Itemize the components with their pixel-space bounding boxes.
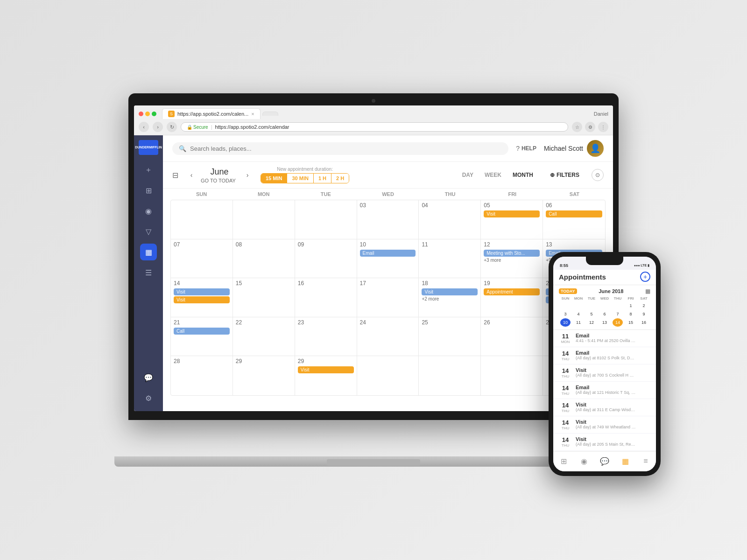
- view-week-button[interactable]: WEEK: [480, 170, 506, 180]
- cal-day-24[interactable]: 24: [357, 317, 419, 356]
- cal-day-16[interactable]: 16: [295, 278, 357, 317]
- phone-cal-day[interactable]: 2: [639, 301, 649, 310]
- cal-day-10[interactable]: 10 Email: [357, 239, 419, 278]
- cal-event-call2[interactable]: Call: [174, 328, 230, 335]
- duration-2h[interactable]: 2 H: [331, 174, 349, 183]
- sidebar-item-document[interactable]: ☰: [140, 264, 157, 281]
- cal-day-04[interactable]: 04: [419, 200, 481, 239]
- phone-cal-day[interactable]: 1: [626, 301, 636, 310]
- cal-event-visit[interactable]: Visit: [484, 210, 540, 217]
- phone-cal-day[interactable]: 11: [573, 318, 584, 327]
- cal-day-23[interactable]: 23: [295, 317, 357, 356]
- cal-day-29[interactable]: 29: [233, 356, 295, 395]
- cal-day-30-fri[interactable]: 29 Visit: [295, 356, 357, 395]
- phone-cal-day[interactable]: 8: [626, 310, 636, 318]
- cal-day-11[interactable]: 11: [419, 239, 481, 278]
- cal-day-21[interactable]: 21 Call: [171, 317, 233, 356]
- phone-bottom-grid[interactable]: ⊞: [558, 455, 569, 467]
- phone-add-button[interactable]: +: [640, 272, 650, 282]
- cal-day-05[interactable]: 05 Visit: [481, 200, 543, 239]
- cal-day[interactable]: [295, 200, 357, 239]
- go-to-today-button[interactable]: GO TO TODAY: [201, 178, 238, 183]
- cal-day-14[interactable]: 14 Visit Visit: [171, 278, 233, 317]
- forward-button[interactable]: ›: [153, 122, 163, 132]
- cal-event-call[interactable]: Call: [546, 210, 602, 217]
- cal-day-12[interactable]: 12 Meeting with Sto... +3 more: [481, 239, 543, 278]
- cal-day-18[interactable]: 18 Visit +2 more: [419, 278, 481, 317]
- tab-close[interactable]: ×: [251, 111, 254, 117]
- maximize-dot[interactable]: [152, 112, 156, 116]
- view-month-button[interactable]: MONTH: [508, 170, 538, 180]
- cal-event-visit3[interactable]: Visit: [174, 296, 230, 303]
- cal-day-blank2[interactable]: [419, 356, 481, 395]
- cal-day-blank[interactable]: [357, 356, 419, 395]
- filters-button[interactable]: ⊕ FILTERS: [545, 170, 584, 180]
- empty-tab[interactable]: [262, 112, 278, 116]
- duration-1h[interactable]: 1 H: [313, 174, 331, 183]
- cal-day-19[interactable]: 19 Appointment: [481, 278, 543, 317]
- more-btn[interactable]: ⋮: [598, 122, 608, 132]
- cal-event-appointment[interactable]: Appointment: [484, 288, 540, 295]
- cal-day[interactable]: [171, 200, 233, 239]
- cal-day-17[interactable]: 17: [357, 278, 419, 317]
- refresh-button[interactable]: ↻: [167, 122, 177, 132]
- sidebar-item-chat[interactable]: 💬: [140, 369, 157, 386]
- list-item[interactable]: 14 THU Visit (All day) at 749 W Wheatlan…: [553, 416, 656, 433]
- phone-cal-day[interactable]: 4: [573, 310, 584, 318]
- address-bar[interactable]: 🔒 Secure | https://app.spotio2.com/calen…: [181, 122, 568, 132]
- search-bar[interactable]: 🔍: [172, 142, 508, 155]
- sidebar-item-location[interactable]: ◉: [140, 203, 157, 219]
- cal-day-28[interactable]: 28: [171, 356, 233, 395]
- list-item[interactable]: 14 THU Email (All day) at 121 Historic T…: [553, 382, 656, 399]
- phone-cal-day-selected[interactable]: 14: [613, 318, 623, 327]
- bookmark-btn[interactable]: ☆: [572, 122, 582, 132]
- cal-event-visit4[interactable]: Visit: [422, 288, 478, 295]
- sidebar-item-calendar[interactable]: ▦: [140, 244, 157, 260]
- sidebar-item-grid[interactable]: ⊞: [140, 182, 157, 199]
- cal-more-3[interactable]: +3 more: [484, 258, 540, 263]
- phone-cal-day[interactable]: 12: [586, 318, 597, 327]
- refresh-button[interactable]: ⊙: [592, 169, 604, 181]
- cal-day-03[interactable]: 03: [357, 200, 419, 239]
- sidebar-item-filter[interactable]: ▽: [140, 223, 157, 240]
- phone-cal-day-today[interactable]: 10: [560, 318, 571, 327]
- cal-day-26[interactable]: 26: [481, 317, 543, 356]
- list-item[interactable]: 14 THU Visit (All day) at 205 S Main St,…: [553, 434, 656, 450]
- sidebar-item-add[interactable]: ＋: [140, 161, 157, 178]
- search-input[interactable]: [190, 145, 502, 152]
- list-item[interactable]: 14 THU Visit (All day) at 311 E Camp Wis…: [553, 399, 656, 416]
- phone-cal-day[interactable]: 15: [626, 318, 636, 327]
- phone-bottom-calendar[interactable]: ▦: [620, 455, 631, 467]
- cal-event-meeting[interactable]: Meeting with Sto...: [484, 250, 540, 257]
- cal-day-15[interactable]: 15: [233, 278, 295, 317]
- cal-event-email[interactable]: Email: [360, 250, 416, 257]
- view-grid-icon[interactable]: ⊟: [172, 171, 178, 180]
- cal-day-07[interactable]: 07: [171, 239, 233, 278]
- next-month-button[interactable]: ›: [242, 169, 253, 181]
- user-avatar[interactable]: 👤: [587, 140, 604, 157]
- cal-day-09[interactable]: 09: [295, 239, 357, 278]
- phone-cal-day[interactable]: 6: [599, 310, 610, 318]
- cal-day-08[interactable]: 08: [233, 239, 295, 278]
- phone-cal-day[interactable]: 3: [560, 310, 571, 318]
- cal-day-25[interactable]: 25: [419, 317, 481, 356]
- phone-cal-day[interactable]: 16: [639, 318, 649, 327]
- close-dot[interactable]: [139, 112, 143, 116]
- duration-15min[interactable]: 15 MIN: [261, 174, 287, 183]
- view-day-button[interactable]: DAY: [458, 170, 478, 180]
- help-button[interactable]: ? HELP: [516, 145, 536, 152]
- back-button[interactable]: ‹: [139, 122, 149, 132]
- phone-cal-day[interactable]: 9: [639, 310, 649, 318]
- duration-30min[interactable]: 30 MIN: [287, 174, 313, 183]
- cal-event-visit2[interactable]: Visit: [174, 288, 230, 295]
- cal-event-visit7[interactable]: Visit: [298, 366, 354, 373]
- laptop-trackpad[interactable]: [327, 459, 420, 466]
- cal-more-2[interactable]: +2 more: [422, 296, 478, 301]
- phone-cal-grid-icon[interactable]: ▦: [645, 288, 650, 294]
- list-item[interactable]: 14 THU Email (All day) at 8102 S Polk St…: [553, 347, 656, 364]
- cal-day-06[interactable]: 06 Call: [543, 200, 605, 239]
- active-tab[interactable]: S https://app.spotio2.com/calen... ×: [162, 108, 261, 119]
- sidebar-item-settings[interactable]: ⚙: [140, 390, 157, 406]
- phone-cal-day[interactable]: 13: [599, 318, 610, 327]
- phone-cal-day[interactable]: 7: [613, 310, 623, 318]
